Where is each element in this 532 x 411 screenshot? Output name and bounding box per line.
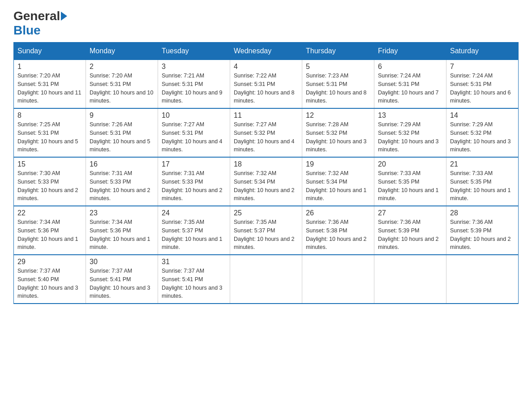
day-number: 1 — [17, 63, 82, 71]
day-info: Sunrise: 7:25 AM Sunset: 5:31 PM Dayligh… — [17, 120, 82, 154]
day-info: Sunrise: 7:21 AM Sunset: 5:31 PM Dayligh… — [162, 72, 226, 105]
day-info: Sunrise: 7:33 AM Sunset: 5:35 PM Dayligh… — [450, 169, 515, 203]
day-number: 13 — [378, 111, 442, 120]
calendar-week-1: 1 Sunrise: 7:20 AM Sunset: 5:31 PM Dayli… — [14, 60, 519, 109]
day-info: Sunrise: 7:28 AM Sunset: 5:32 PM Dayligh… — [306, 120, 370, 154]
calendar-cell: 23 Sunrise: 7:34 AM Sunset: 5:36 PM Dayl… — [86, 206, 158, 255]
calendar-cell: 24 Sunrise: 7:35 AM Sunset: 5:37 PM Dayl… — [158, 206, 230, 255]
header-saturday: Saturday — [446, 43, 519, 60]
calendar-cell: 13 Sunrise: 7:29 AM Sunset: 5:32 PM Dayl… — [374, 108, 446, 157]
day-info: Sunrise: 7:37 AM Sunset: 5:41 PM Dayligh… — [162, 267, 226, 300]
calendar-cell: 31 Sunrise: 7:37 AM Sunset: 5:41 PM Dayl… — [158, 255, 230, 304]
day-info: Sunrise: 7:30 AM Sunset: 5:33 PM Dayligh… — [17, 169, 82, 203]
day-number: 31 — [162, 258, 226, 266]
calendar-cell: 22 Sunrise: 7:34 AM Sunset: 5:36 PM Dayl… — [14, 206, 86, 255]
day-info: Sunrise: 7:31 AM Sunset: 5:33 PM Dayligh… — [162, 169, 226, 203]
day-number: 29 — [17, 258, 82, 266]
day-info: Sunrise: 7:36 AM Sunset: 5:39 PM Dayligh… — [378, 218, 442, 252]
day-number: 27 — [378, 209, 442, 217]
calendar-cell: 21 Sunrise: 7:33 AM Sunset: 5:35 PM Dayl… — [446, 157, 519, 206]
calendar-cell: 3 Sunrise: 7:21 AM Sunset: 5:31 PM Dayli… — [158, 60, 230, 109]
day-number: 22 — [17, 209, 82, 217]
header-sunday: Sunday — [14, 43, 86, 60]
calendar-cell: 1 Sunrise: 7:20 AM Sunset: 5:31 PM Dayli… — [14, 60, 86, 109]
day-info: Sunrise: 7:23 AM Sunset: 5:31 PM Dayligh… — [306, 72, 370, 105]
day-number: 19 — [306, 160, 370, 168]
day-info: Sunrise: 7:20 AM Sunset: 5:31 PM Dayligh… — [90, 72, 154, 105]
calendar-cell: 2 Sunrise: 7:20 AM Sunset: 5:31 PM Dayli… — [86, 60, 158, 109]
calendar-cell: 6 Sunrise: 7:24 AM Sunset: 5:31 PM Dayli… — [374, 60, 446, 109]
logo-general-text: General — [13, 9, 60, 23]
day-info: Sunrise: 7:37 AM Sunset: 5:41 PM Dayligh… — [90, 267, 154, 300]
day-number: 15 — [17, 160, 82, 168]
logo: General Blue — [13, 9, 68, 38]
day-number: 12 — [306, 111, 370, 120]
page-header: General Blue — [13, 9, 519, 38]
day-number: 3 — [162, 63, 226, 71]
calendar-cell: 12 Sunrise: 7:28 AM Sunset: 5:32 PM Dayl… — [302, 108, 374, 157]
day-number: 16 — [90, 160, 154, 168]
day-number: 25 — [234, 209, 298, 217]
day-info: Sunrise: 7:32 AM Sunset: 5:34 PM Dayligh… — [234, 169, 298, 203]
day-number: 20 — [378, 160, 442, 168]
header-wednesday: Wednesday — [230, 43, 302, 60]
header-tuesday: Tuesday — [158, 43, 230, 60]
day-info: Sunrise: 7:24 AM Sunset: 5:31 PM Dayligh… — [450, 72, 515, 105]
day-number: 28 — [450, 209, 515, 217]
calendar-cell: 4 Sunrise: 7:22 AM Sunset: 5:31 PM Dayli… — [230, 60, 302, 109]
day-info: Sunrise: 7:29 AM Sunset: 5:32 PM Dayligh… — [450, 120, 515, 154]
day-info: Sunrise: 7:36 AM Sunset: 5:39 PM Dayligh… — [450, 218, 515, 252]
calendar-cell: 8 Sunrise: 7:25 AM Sunset: 5:31 PM Dayli… — [14, 108, 86, 157]
calendar-cell: 10 Sunrise: 7:27 AM Sunset: 5:31 PM Dayl… — [158, 108, 230, 157]
day-info: Sunrise: 7:20 AM Sunset: 5:31 PM Dayligh… — [17, 72, 82, 105]
day-number: 21 — [450, 160, 515, 168]
day-number: 5 — [306, 63, 370, 71]
calendar-cell: 17 Sunrise: 7:31 AM Sunset: 5:33 PM Dayl… — [158, 157, 230, 206]
calendar-table: SundayMondayTuesdayWednesdayThursdayFrid… — [13, 42, 519, 304]
day-number: 2 — [90, 63, 154, 71]
header-thursday: Thursday — [302, 43, 374, 60]
day-number: 24 — [162, 209, 226, 217]
calendar-cell: 19 Sunrise: 7:32 AM Sunset: 5:34 PM Dayl… — [302, 157, 374, 206]
calendar-cell — [446, 255, 519, 304]
day-info: Sunrise: 7:24 AM Sunset: 5:31 PM Dayligh… — [378, 72, 442, 105]
calendar-cell: 27 Sunrise: 7:36 AM Sunset: 5:39 PM Dayl… — [374, 206, 446, 255]
day-info: Sunrise: 7:37 AM Sunset: 5:40 PM Dayligh… — [17, 267, 82, 300]
day-number: 11 — [234, 111, 298, 120]
day-number: 6 — [378, 63, 442, 71]
header-monday: Monday — [86, 43, 158, 60]
calendar-header-row: SundayMondayTuesdayWednesdayThursdayFrid… — [14, 43, 519, 60]
calendar-cell: 25 Sunrise: 7:35 AM Sunset: 5:37 PM Dayl… — [230, 206, 302, 255]
calendar-cell: 15 Sunrise: 7:30 AM Sunset: 5:33 PM Dayl… — [14, 157, 86, 206]
calendar-cell: 9 Sunrise: 7:26 AM Sunset: 5:31 PM Dayli… — [86, 108, 158, 157]
calendar-cell: 28 Sunrise: 7:36 AM Sunset: 5:39 PM Dayl… — [446, 206, 519, 255]
day-number: 8 — [17, 111, 82, 120]
calendar-cell: 29 Sunrise: 7:37 AM Sunset: 5:40 PM Dayl… — [14, 255, 86, 304]
day-info: Sunrise: 7:22 AM Sunset: 5:31 PM Dayligh… — [234, 72, 298, 105]
day-number: 4 — [234, 63, 298, 71]
calendar-cell — [374, 255, 446, 304]
day-info: Sunrise: 7:26 AM Sunset: 5:31 PM Dayligh… — [90, 120, 154, 154]
calendar-week-5: 29 Sunrise: 7:37 AM Sunset: 5:40 PM Dayl… — [14, 255, 519, 304]
day-info: Sunrise: 7:34 AM Sunset: 5:36 PM Dayligh… — [17, 218, 82, 252]
calendar-cell: 11 Sunrise: 7:27 AM Sunset: 5:32 PM Dayl… — [230, 108, 302, 157]
calendar-cell: 14 Sunrise: 7:29 AM Sunset: 5:32 PM Dayl… — [446, 108, 519, 157]
calendar-cell — [302, 255, 374, 304]
day-number: 18 — [234, 160, 298, 168]
day-number: 10 — [162, 111, 226, 120]
day-info: Sunrise: 7:29 AM Sunset: 5:32 PM Dayligh… — [378, 120, 442, 154]
day-info: Sunrise: 7:35 AM Sunset: 5:37 PM Dayligh… — [234, 218, 298, 252]
calendar-cell: 5 Sunrise: 7:23 AM Sunset: 5:31 PM Dayli… — [302, 60, 374, 109]
header-friday: Friday — [374, 43, 446, 60]
day-info: Sunrise: 7:27 AM Sunset: 5:32 PM Dayligh… — [234, 120, 298, 154]
logo-blue-text: Blue — [13, 23, 41, 37]
day-info: Sunrise: 7:36 AM Sunset: 5:38 PM Dayligh… — [306, 218, 370, 252]
calendar-cell: 30 Sunrise: 7:37 AM Sunset: 5:41 PM Dayl… — [86, 255, 158, 304]
calendar-cell: 20 Sunrise: 7:33 AM Sunset: 5:35 PM Dayl… — [374, 157, 446, 206]
day-number: 9 — [90, 111, 154, 120]
day-info: Sunrise: 7:35 AM Sunset: 5:37 PM Dayligh… — [162, 218, 226, 252]
day-info: Sunrise: 7:32 AM Sunset: 5:34 PM Dayligh… — [306, 169, 370, 203]
day-info: Sunrise: 7:34 AM Sunset: 5:36 PM Dayligh… — [90, 218, 154, 252]
calendar-cell — [230, 255, 302, 304]
day-info: Sunrise: 7:27 AM Sunset: 5:31 PM Dayligh… — [162, 120, 226, 154]
